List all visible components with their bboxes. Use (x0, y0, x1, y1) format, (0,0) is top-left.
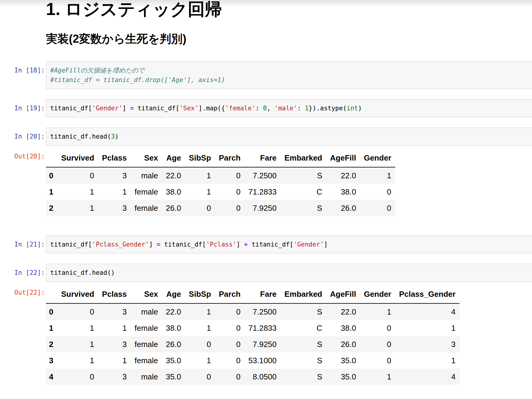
table-cell: C (280, 320, 326, 336)
table-cell: 53.1000 (244, 352, 280, 369)
table-index-cell: 1 (46, 184, 57, 200)
table-cell: 71.2833 (244, 320, 280, 336)
table-column-header: Gender (360, 286, 395, 303)
table-header-row: SurvivedPclassSexAgeSibSpParchFareEmbark… (46, 150, 395, 167)
code-input-area-19[interactable]: titanic_df['Gender'] = titanic_df['Sex']… (46, 99, 532, 117)
code-token-number: 0 (263, 105, 267, 112)
table-cell: 0 (360, 184, 395, 200)
table-cell: female (131, 336, 162, 352)
table-column-header: SibSp (185, 150, 215, 167)
table-cell: S (280, 369, 326, 385)
code-cell-21: In [21]: titanic_df['Pclass_Gender'] = t… (0, 235, 532, 253)
table-cell: S (280, 336, 326, 352)
table-column-header: Gender (360, 150, 395, 167)
table-index-cell: 2 (46, 200, 57, 216)
output-area-20: Out[20]: SurvivedPclassSexAgeSibSpParchF… (0, 150, 532, 216)
code-token-operator: = (157, 241, 161, 248)
code-token-plain: ) (115, 133, 119, 140)
code-token-plain: ) (358, 105, 362, 112)
table-cell: 1 (360, 369, 395, 385)
table-cell: 1 (57, 336, 98, 352)
table-cell: 8.0500 (244, 369, 280, 385)
table-cell: 0 (360, 320, 395, 336)
output-content-20: SurvivedPclassSexAgeSibSpParchFareEmbark… (46, 150, 532, 216)
code-token-plain: titanic_df[ (248, 241, 294, 248)
table-cell: 1 (185, 184, 215, 200)
table-cell: 35.0 (326, 352, 360, 369)
table-column-header: Age (162, 150, 185, 167)
output-prompt-20: Out[20]: (0, 150, 46, 161)
table-cell: 1 (57, 184, 98, 200)
table-cell: female (131, 320, 162, 336)
code-token-plain: : (297, 105, 305, 112)
table-column-header: Survived (57, 150, 98, 167)
code-token-string: 'Gender' (92, 105, 122, 112)
table-cell: 7.9250 (244, 200, 280, 216)
table-cell: 0 (185, 336, 215, 352)
code-cell-18: In [18]: #AgeFillの欠損値を埋めたので #titanic_df … (0, 61, 532, 89)
table-column-header: Sex (131, 150, 162, 167)
table-index-cell: 4 (46, 369, 57, 385)
table-cell: female (131, 184, 162, 200)
table-cell: 1 (57, 352, 98, 369)
table-cell: 1 (57, 320, 98, 336)
table-cell: 0 (215, 303, 244, 320)
table-cell: 7.9250 (244, 336, 280, 352)
code-cell-20: In [20]: titanic_df.head(3) (0, 127, 532, 146)
table-row: 111female38.01071.2833C38.001 (46, 320, 460, 336)
code-token-builtin: int (347, 105, 358, 112)
input-prompt-20: In [20]: (0, 127, 46, 141)
code-token-plain: ] (149, 241, 157, 248)
table-cell: C (280, 184, 326, 200)
table-cell: 1 (395, 320, 460, 336)
code-editor-20[interactable]: titanic_df.head(3) (50, 132, 532, 141)
input-prompt-21: In [21]: (0, 235, 46, 249)
table-cell: 0 (360, 336, 395, 352)
code-input-area-20[interactable]: titanic_df.head(3) (46, 127, 532, 146)
table-cell: 7.2500 (244, 303, 280, 320)
table-index-cell: 0 (46, 303, 57, 320)
table-cell: 26.0 (162, 336, 185, 352)
code-editor-18[interactable]: #AgeFillの欠損値を埋めたので #titanic_df = titanic… (50, 66, 532, 85)
table-row: 003male22.0107.2500S22.01 (46, 167, 395, 184)
table-cell: 3 (395, 336, 460, 352)
code-editor-21[interactable]: titanic_df['Pclass_Gender'] = titanic_df… (50, 240, 532, 249)
table-cell: 71.2833 (244, 184, 280, 200)
table-column-header: Fare (244, 286, 280, 303)
output-prompt-22: Out[22]: (0, 286, 46, 297)
table-column-header: Sex (131, 286, 162, 303)
code-token-plain: , (267, 105, 274, 112)
table-column-header: Parch (215, 150, 244, 167)
table-cell: 0 (57, 369, 98, 385)
table-index-cell: 0 (46, 167, 57, 184)
table-cell: 26.0 (326, 336, 360, 352)
table-cell: male (131, 369, 162, 385)
code-token-plain: titanic_df[ (50, 241, 92, 248)
code-input-area-18[interactable]: #AgeFillの欠損値を埋めたので #titanic_df = titanic… (46, 61, 532, 89)
table-cell: 26.0 (326, 200, 360, 216)
code-input-area-22[interactable]: titanic_df.head() (46, 264, 532, 282)
code-cell-19: In [19]: titanic_df['Gender'] = titanic_… (0, 99, 532, 117)
code-editor-19[interactable]: titanic_df['Gender'] = titanic_df['Sex']… (50, 103, 532, 113)
table-row: 213female26.0007.9250S26.00 (46, 200, 395, 216)
code-token-string: 'female' (225, 105, 255, 112)
table-corner-cell (46, 286, 57, 303)
table-cell: 0 (215, 184, 244, 200)
table-cell: 26.0 (162, 200, 185, 216)
table-cell: 0 (215, 167, 244, 184)
table-cell: 1 (57, 200, 98, 216)
table-corner-cell (46, 150, 57, 167)
table-cell: 38.0 (326, 184, 360, 200)
output-area-22: Out[22]: SurvivedPclassSexAgeSibSpParchF… (0, 286, 532, 385)
table-column-header: Embarked (280, 150, 326, 167)
code-input-area-21[interactable]: titanic_df['Pclass_Gender'] = titanic_df… (46, 235, 532, 253)
code-token-operator: = (130, 105, 134, 112)
table-column-header: Pclass (98, 286, 130, 303)
table-cell: 1 (360, 167, 395, 184)
code-token-plain: titanic_df[ (161, 241, 206, 248)
notebook-container: 1. ロジスティック回帰 実装(2変数から生死を判別) In [18]: #Ag… (0, 0, 532, 385)
code-editor-22[interactable]: titanic_df.head() (50, 268, 532, 278)
code-token-number: 3 (111, 133, 115, 140)
table-cell: 22.0 (326, 303, 360, 320)
table-cell: 1 (360, 303, 395, 320)
